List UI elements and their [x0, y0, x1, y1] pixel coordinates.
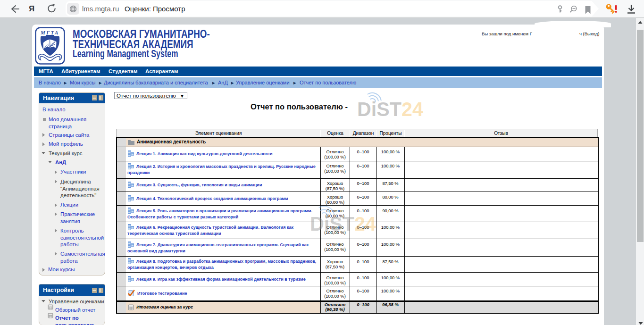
- svg-text:МГТА: МГТА: [40, 30, 59, 35]
